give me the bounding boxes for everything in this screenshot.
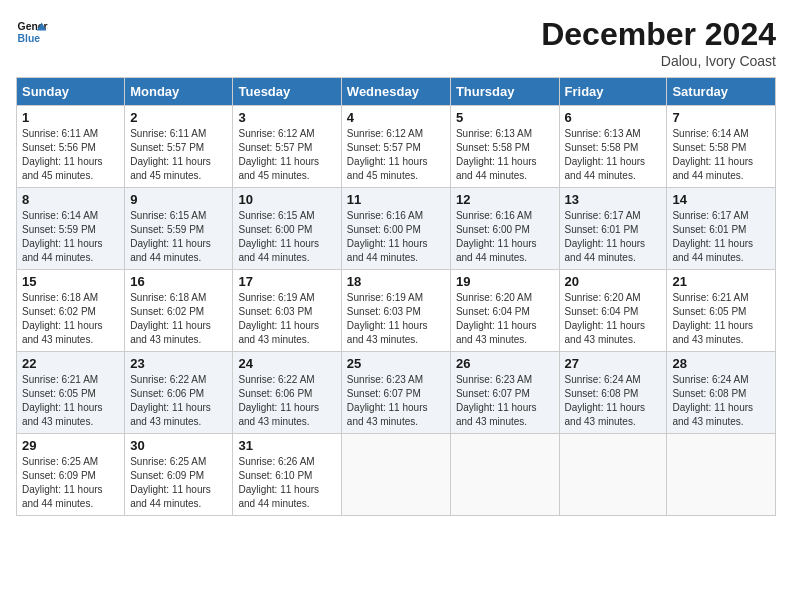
day-info: Sunrise: 6:17 AMSunset: 6:01 PMDaylight:…: [565, 209, 662, 265]
calendar-week-3: 15Sunrise: 6:18 AMSunset: 6:02 PMDayligh…: [17, 270, 776, 352]
day-info: Sunrise: 6:12 AMSunset: 5:57 PMDaylight:…: [238, 127, 335, 183]
day-info: Sunrise: 6:16 AMSunset: 6:00 PMDaylight:…: [347, 209, 445, 265]
day-number: 9: [130, 192, 227, 207]
day-info: Sunrise: 6:21 AMSunset: 6:05 PMDaylight:…: [672, 291, 770, 347]
calendar-week-4: 22Sunrise: 6:21 AMSunset: 6:05 PMDayligh…: [17, 352, 776, 434]
day-number: 18: [347, 274, 445, 289]
day-number: 3: [238, 110, 335, 125]
month-title: December 2024: [541, 16, 776, 53]
calendar-cell: 24Sunrise: 6:22 AMSunset: 6:06 PMDayligh…: [233, 352, 341, 434]
calendar-cell: [450, 434, 559, 516]
day-info: Sunrise: 6:13 AMSunset: 5:58 PMDaylight:…: [565, 127, 662, 183]
calendar-week-5: 29Sunrise: 6:25 AMSunset: 6:09 PMDayligh…: [17, 434, 776, 516]
day-info: Sunrise: 6:13 AMSunset: 5:58 PMDaylight:…: [456, 127, 554, 183]
day-number: 27: [565, 356, 662, 371]
day-number: 7: [672, 110, 770, 125]
calendar-cell: 21Sunrise: 6:21 AMSunset: 6:05 PMDayligh…: [667, 270, 776, 352]
col-header-friday: Friday: [559, 78, 667, 106]
day-number: 26: [456, 356, 554, 371]
day-info: Sunrise: 6:23 AMSunset: 6:07 PMDaylight:…: [347, 373, 445, 429]
col-header-saturday: Saturday: [667, 78, 776, 106]
day-info: Sunrise: 6:14 AMSunset: 5:58 PMDaylight:…: [672, 127, 770, 183]
day-number: 29: [22, 438, 119, 453]
day-info: Sunrise: 6:20 AMSunset: 6:04 PMDaylight:…: [456, 291, 554, 347]
day-number: 24: [238, 356, 335, 371]
logo: General Blue: [16, 16, 48, 48]
day-info: Sunrise: 6:14 AMSunset: 5:59 PMDaylight:…: [22, 209, 119, 265]
calendar-cell: 8Sunrise: 6:14 AMSunset: 5:59 PMDaylight…: [17, 188, 125, 270]
calendar-table: SundayMondayTuesdayWednesdayThursdayFrid…: [16, 77, 776, 516]
title-block: December 2024 Dalou, Ivory Coast: [541, 16, 776, 69]
calendar-cell: 31Sunrise: 6:26 AMSunset: 6:10 PMDayligh…: [233, 434, 341, 516]
col-header-sunday: Sunday: [17, 78, 125, 106]
calendar-cell: 18Sunrise: 6:19 AMSunset: 6:03 PMDayligh…: [341, 270, 450, 352]
location-subtitle: Dalou, Ivory Coast: [541, 53, 776, 69]
day-number: 31: [238, 438, 335, 453]
day-info: Sunrise: 6:11 AMSunset: 5:57 PMDaylight:…: [130, 127, 227, 183]
day-info: Sunrise: 6:19 AMSunset: 6:03 PMDaylight:…: [238, 291, 335, 347]
calendar-cell: 7Sunrise: 6:14 AMSunset: 5:58 PMDaylight…: [667, 106, 776, 188]
day-info: Sunrise: 6:24 AMSunset: 6:08 PMDaylight:…: [672, 373, 770, 429]
day-number: 25: [347, 356, 445, 371]
day-info: Sunrise: 6:26 AMSunset: 6:10 PMDaylight:…: [238, 455, 335, 511]
calendar-cell: 25Sunrise: 6:23 AMSunset: 6:07 PMDayligh…: [341, 352, 450, 434]
day-number: 30: [130, 438, 227, 453]
day-number: 21: [672, 274, 770, 289]
day-info: Sunrise: 6:16 AMSunset: 6:00 PMDaylight:…: [456, 209, 554, 265]
day-number: 10: [238, 192, 335, 207]
day-number: 1: [22, 110, 119, 125]
logo-icon: General Blue: [16, 16, 48, 48]
calendar-cell: 2Sunrise: 6:11 AMSunset: 5:57 PMDaylight…: [125, 106, 233, 188]
day-info: Sunrise: 6:17 AMSunset: 6:01 PMDaylight:…: [672, 209, 770, 265]
day-info: Sunrise: 6:24 AMSunset: 6:08 PMDaylight:…: [565, 373, 662, 429]
day-info: Sunrise: 6:22 AMSunset: 6:06 PMDaylight:…: [130, 373, 227, 429]
calendar-week-1: 1Sunrise: 6:11 AMSunset: 5:56 PMDaylight…: [17, 106, 776, 188]
calendar-cell: 26Sunrise: 6:23 AMSunset: 6:07 PMDayligh…: [450, 352, 559, 434]
day-number: 28: [672, 356, 770, 371]
calendar-cell: [667, 434, 776, 516]
day-info: Sunrise: 6:21 AMSunset: 6:05 PMDaylight:…: [22, 373, 119, 429]
calendar-cell: 29Sunrise: 6:25 AMSunset: 6:09 PMDayligh…: [17, 434, 125, 516]
calendar-cell: 15Sunrise: 6:18 AMSunset: 6:02 PMDayligh…: [17, 270, 125, 352]
calendar-cell: 5Sunrise: 6:13 AMSunset: 5:58 PMDaylight…: [450, 106, 559, 188]
svg-text:Blue: Blue: [18, 33, 41, 44]
calendar-cell: 3Sunrise: 6:12 AMSunset: 5:57 PMDaylight…: [233, 106, 341, 188]
day-number: 20: [565, 274, 662, 289]
day-info: Sunrise: 6:25 AMSunset: 6:09 PMDaylight:…: [130, 455, 227, 511]
calendar-cell: 6Sunrise: 6:13 AMSunset: 5:58 PMDaylight…: [559, 106, 667, 188]
day-number: 6: [565, 110, 662, 125]
calendar-cell: 16Sunrise: 6:18 AMSunset: 6:02 PMDayligh…: [125, 270, 233, 352]
calendar-cell: 12Sunrise: 6:16 AMSunset: 6:00 PMDayligh…: [450, 188, 559, 270]
col-header-thursday: Thursday: [450, 78, 559, 106]
calendar-week-2: 8Sunrise: 6:14 AMSunset: 5:59 PMDaylight…: [17, 188, 776, 270]
calendar-cell: 10Sunrise: 6:15 AMSunset: 6:00 PMDayligh…: [233, 188, 341, 270]
day-info: Sunrise: 6:18 AMSunset: 6:02 PMDaylight:…: [130, 291, 227, 347]
day-info: Sunrise: 6:15 AMSunset: 6:00 PMDaylight:…: [238, 209, 335, 265]
col-header-wednesday: Wednesday: [341, 78, 450, 106]
calendar-cell: 1Sunrise: 6:11 AMSunset: 5:56 PMDaylight…: [17, 106, 125, 188]
calendar-cell: [341, 434, 450, 516]
calendar-cell: 13Sunrise: 6:17 AMSunset: 6:01 PMDayligh…: [559, 188, 667, 270]
calendar-cell: 9Sunrise: 6:15 AMSunset: 5:59 PMDaylight…: [125, 188, 233, 270]
day-info: Sunrise: 6:12 AMSunset: 5:57 PMDaylight:…: [347, 127, 445, 183]
col-header-monday: Monday: [125, 78, 233, 106]
day-number: 13: [565, 192, 662, 207]
day-number: 2: [130, 110, 227, 125]
calendar-cell: 28Sunrise: 6:24 AMSunset: 6:08 PMDayligh…: [667, 352, 776, 434]
calendar-header-row: SundayMondayTuesdayWednesdayThursdayFrid…: [17, 78, 776, 106]
day-number: 12: [456, 192, 554, 207]
day-number: 4: [347, 110, 445, 125]
day-number: 19: [456, 274, 554, 289]
day-info: Sunrise: 6:19 AMSunset: 6:03 PMDaylight:…: [347, 291, 445, 347]
day-number: 16: [130, 274, 227, 289]
day-info: Sunrise: 6:15 AMSunset: 5:59 PMDaylight:…: [130, 209, 227, 265]
day-number: 17: [238, 274, 335, 289]
calendar-cell: 30Sunrise: 6:25 AMSunset: 6:09 PMDayligh…: [125, 434, 233, 516]
day-info: Sunrise: 6:11 AMSunset: 5:56 PMDaylight:…: [22, 127, 119, 183]
day-info: Sunrise: 6:20 AMSunset: 6:04 PMDaylight:…: [565, 291, 662, 347]
calendar-cell: 23Sunrise: 6:22 AMSunset: 6:06 PMDayligh…: [125, 352, 233, 434]
day-number: 8: [22, 192, 119, 207]
day-number: 22: [22, 356, 119, 371]
calendar-cell: 17Sunrise: 6:19 AMSunset: 6:03 PMDayligh…: [233, 270, 341, 352]
day-info: Sunrise: 6:18 AMSunset: 6:02 PMDaylight:…: [22, 291, 119, 347]
